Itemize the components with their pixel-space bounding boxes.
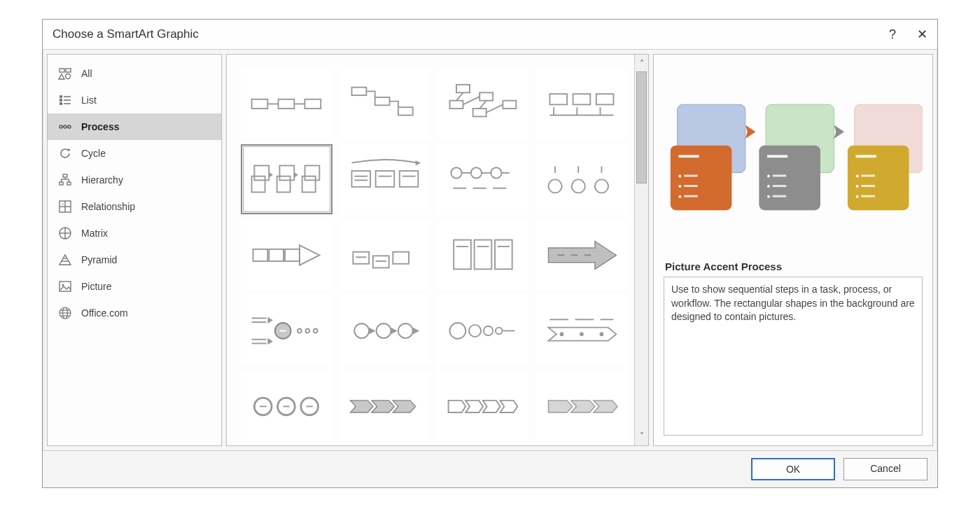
- svg-marker-75: [415, 160, 421, 165]
- dialog-footer: OK Cancel: [43, 450, 937, 487]
- scroll-down-icon[interactable]: ˅: [640, 429, 644, 444]
- scroll-track[interactable]: [635, 71, 648, 429]
- layout-thumb-block-arrow-process[interactable]: [241, 220, 332, 290]
- help-icon[interactable]: ?: [889, 27, 896, 42]
- dialog-body: AllListProcessCycleHierarchy+Relationshi…: [43, 50, 937, 450]
- svg-rect-184: [773, 195, 786, 197]
- sidebar-item-office-com[interactable]: Office.com: [48, 300, 221, 326]
- svg-marker-113: [268, 317, 274, 323]
- preview-image: [664, 64, 923, 254]
- svg-rect-188: [856, 155, 876, 158]
- svg-rect-98: [393, 251, 409, 263]
- svg-rect-72: [351, 171, 370, 187]
- svg-marker-15: [68, 148, 71, 151]
- matrix-icon: [57, 225, 73, 241]
- layout-thumb-equation-process[interactable]: [241, 296, 332, 366]
- svg-marker-71: [295, 172, 299, 178]
- svg-rect-42: [305, 99, 321, 108]
- svg-marker-155: [594, 400, 617, 412]
- layout-thumb-gear-process[interactable]: [340, 296, 431, 366]
- sidebar-item-label: Cycle: [81, 148, 106, 159]
- svg-point-81: [471, 167, 482, 178]
- layout-thumb-segmented-process[interactable]: [438, 371, 529, 441]
- svg-marker-30: [59, 255, 71, 265]
- svg-marker-150: [466, 400, 484, 412]
- sidebar-item-picture[interactable]: Picture: [48, 273, 221, 300]
- svg-rect-97: [373, 256, 389, 268]
- cancel-button[interactable]: Cancel: [844, 458, 927, 480]
- svg-rect-92: [253, 249, 268, 261]
- layout-thumb-opposing-arrows[interactable]: [536, 144, 628, 214]
- ok-button[interactable]: OK: [751, 458, 835, 480]
- cycle-icon: [57, 146, 73, 161]
- svg-point-181: [767, 185, 770, 188]
- svg-rect-74: [400, 171, 419, 187]
- hierarchy-icon: [57, 172, 73, 188]
- svg-marker-118: [268, 338, 274, 344]
- relationship-icon: +: [57, 199, 73, 214]
- smartart-dialog: Choose a SmartArt Graphic ? ✕ AllListPro…: [42, 19, 938, 488]
- layout-thumb-arrow-ribbon[interactable]: [536, 296, 628, 366]
- svg-rect-170: [684, 174, 697, 176]
- layout-thumb-funnel-process[interactable]: [438, 296, 529, 366]
- svg-text:+: +: [62, 202, 64, 206]
- gallery-scrollbar[interactable]: ˄ ˅: [634, 55, 648, 445]
- svg-point-193: [856, 195, 859, 198]
- svg-rect-1: [66, 69, 71, 72]
- sidebar-item-hierarchy[interactable]: Hierarchy: [48, 167, 221, 193]
- dialog-title: Choose a SmartArt Graphic: [52, 27, 199, 41]
- svg-marker-125: [369, 327, 375, 333]
- svg-marker-146: [350, 400, 372, 412]
- layout-thumb-simple-arrow[interactable]: [536, 220, 628, 290]
- layout-thumb-chevron-process[interactable]: [340, 371, 431, 441]
- layout-thumb-basic-process[interactable]: [241, 69, 332, 139]
- sidebar-item-all[interactable]: All: [48, 60, 221, 87]
- svg-point-138: [580, 332, 584, 336]
- sidebar-item-label: Matrix: [81, 228, 108, 239]
- sidebar-item-relationship[interactable]: +Relationship: [48, 193, 221, 220]
- layout-thumb-closed-chevron[interactable]: [536, 371, 628, 441]
- svg-rect-101: [454, 239, 472, 269]
- sidebar-item-matrix[interactable]: Matrix: [48, 220, 221, 246]
- layout-thumb-step-down-process[interactable]: [340, 69, 431, 139]
- svg-rect-69: [302, 176, 316, 192]
- svg-point-3: [66, 74, 71, 79]
- sidebar-item-label: Hierarchy: [81, 174, 123, 186]
- svg-marker-95: [300, 245, 319, 265]
- svg-rect-40: [252, 99, 268, 108]
- layout-thumb-alternating-process[interactable]: [536, 69, 628, 139]
- svg-line-55: [480, 100, 486, 108]
- svg-point-122: [354, 324, 369, 338]
- svg-rect-51: [473, 109, 486, 116]
- svg-marker-126: [391, 327, 397, 333]
- svg-marker-2: [59, 74, 64, 79]
- svg-point-129: [469, 324, 481, 336]
- svg-point-124: [398, 324, 413, 338]
- svg-point-183: [767, 195, 770, 198]
- layout-thumb-connected-circles[interactable]: [241, 371, 332, 441]
- layout-thumb-chevron-list[interactable]: [438, 220, 529, 290]
- scroll-handle[interactable]: [636, 71, 647, 183]
- layout-thumb-picture-accent-process[interactable]: [241, 144, 332, 214]
- scroll-up-icon[interactable]: ˄: [640, 56, 644, 71]
- gallery-panel: ˄ ˅: [226, 54, 649, 446]
- layout-thumb-accent-process[interactable]: [438, 69, 529, 139]
- svg-rect-33: [59, 282, 71, 291]
- svg-rect-102: [475, 239, 492, 269]
- svg-rect-94: [285, 249, 300, 261]
- close-icon[interactable]: ✕: [917, 27, 927, 42]
- svg-point-34: [62, 284, 64, 286]
- svg-point-189: [856, 174, 859, 177]
- svg-rect-17: [59, 182, 63, 185]
- layout-thumb-detailed-process[interactable]: [340, 144, 431, 214]
- sidebar-item-pyramid[interactable]: Pyramid: [48, 246, 221, 273]
- layout-thumb-circle-process[interactable]: [438, 144, 529, 214]
- svg-point-11: [64, 125, 66, 128]
- sidebar-item-cycle[interactable]: Cycle: [48, 140, 221, 167]
- svg-point-8: [60, 103, 62, 105]
- sidebar-item-process[interactable]: Process: [48, 113, 221, 140]
- svg-rect-172: [684, 185, 697, 187]
- svg-rect-68: [305, 165, 320, 180]
- sidebar-item-list[interactable]: List: [48, 87, 221, 113]
- layout-thumb-staggered-process[interactable]: [340, 220, 431, 290]
